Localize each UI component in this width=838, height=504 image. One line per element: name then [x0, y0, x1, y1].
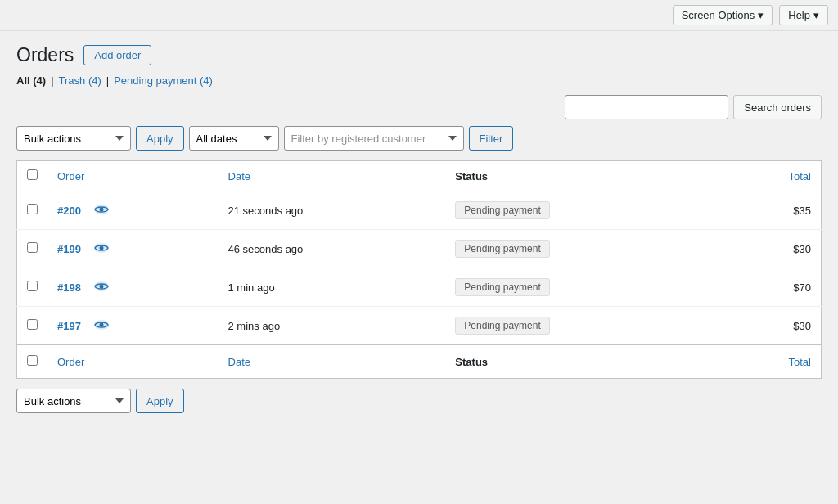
- row-date-cell: 2 mins ago: [219, 307, 446, 345]
- subnav-separator-2: |: [106, 74, 109, 87]
- footer-order-cell: Order: [47, 345, 219, 379]
- row-status-cell: Pending payment: [445, 191, 719, 230]
- header-status-cell: Status: [445, 161, 719, 191]
- select-all-checkbox[interactable]: [27, 169, 38, 180]
- footer-date-cell: Date: [219, 345, 446, 379]
- total-sort-link[interactable]: Total: [789, 170, 811, 182]
- footer-status-cell: Status: [445, 345, 719, 379]
- row-checkbox-cell: [17, 230, 48, 268]
- row-order-cell: #199: [47, 230, 219, 268]
- header-order-cell: Order: [47, 161, 219, 191]
- table-row: #200 21 seconds ago Pending payment $35: [17, 191, 822, 230]
- svg-point-3: [99, 246, 103, 250]
- row-status-cell: Pending payment: [445, 268, 719, 307]
- search-input[interactable]: [565, 95, 728, 119]
- filter-row: Bulk actions Apply All dates Filter by r…: [16, 126, 822, 151]
- page-content: Orders Add order All (4) | Trash (4) | P…: [0, 31, 838, 426]
- header-checkbox-cell: [17, 161, 48, 191]
- table-row: #198 1 min ago Pending payment $70: [17, 268, 822, 307]
- row-checkbox-0[interactable]: [27, 204, 38, 214]
- add-order-button[interactable]: Add order: [83, 45, 151, 65]
- row-checkbox-2[interactable]: [27, 281, 38, 291]
- subnav-all[interactable]: All (4): [16, 74, 46, 87]
- bottom-filter-row: Bulk actions Apply: [16, 389, 822, 413]
- row-order-cell: #197: [47, 307, 219, 345]
- status-badge: Pending payment: [455, 201, 549, 219]
- footer-order-link[interactable]: Order: [57, 356, 84, 368]
- row-status-cell: Pending payment: [445, 230, 719, 268]
- table-footer-row: Order Date Status Total: [17, 345, 822, 379]
- top-bar: Screen Options ▾ Help ▾: [0, 0, 838, 31]
- eye-icon[interactable]: [94, 280, 109, 295]
- screen-options-button[interactable]: Screen Options ▾: [673, 5, 773, 25]
- subnav-trash[interactable]: Trash (4): [59, 74, 101, 87]
- order-link-2[interactable]: #198: [57, 281, 81, 294]
- footer-total-link[interactable]: Total: [789, 356, 811, 368]
- order-sort-link[interactable]: Order: [57, 170, 84, 182]
- row-total-cell: $35: [719, 191, 822, 230]
- header-date-cell: Date: [219, 161, 446, 191]
- order-link-3[interactable]: #197: [57, 320, 81, 332]
- bulk-actions-select-bottom[interactable]: Bulk actions: [16, 389, 131, 413]
- order-link-0[interactable]: #200: [57, 205, 81, 217]
- row-status-cell: Pending payment: [445, 307, 719, 345]
- row-order-cell: #198: [47, 268, 219, 307]
- order-link-1[interactable]: #199: [57, 243, 81, 255]
- row-checkbox-cell: [17, 307, 48, 345]
- help-label: Help: [788, 9, 810, 21]
- chevron-down-icon: ▾: [758, 9, 764, 21]
- table-header-row: Order Date Status Total: [17, 161, 822, 191]
- table-row: #199 46 seconds ago Pending payment $30: [17, 230, 822, 268]
- eye-icon[interactable]: [94, 241, 109, 256]
- apply-bottom-button[interactable]: Apply: [136, 389, 184, 413]
- row-date-cell: 21 seconds ago: [219, 191, 446, 230]
- footer-checkbox-cell: [17, 345, 48, 379]
- filter-button[interactable]: Filter: [469, 126, 514, 151]
- select-all-footer-checkbox[interactable]: [27, 355, 38, 366]
- header-total-cell: Total: [719, 161, 822, 191]
- customer-filter-select[interactable]: Filter by registered customer: [284, 126, 464, 151]
- status-badge: Pending payment: [455, 240, 549, 258]
- chevron-down-icon: ▾: [813, 9, 819, 21]
- table-row: #197 2 mins ago Pending payment $30: [17, 307, 822, 345]
- apply-top-button[interactable]: Apply: [136, 126, 184, 151]
- all-dates-select[interactable]: All dates: [189, 126, 279, 151]
- page-title: Orders: [16, 44, 74, 66]
- footer-total-cell: Total: [719, 345, 822, 379]
- orders-table: Order Date Status Total #200: [16, 160, 822, 379]
- search-row: Search orders: [16, 95, 822, 119]
- status-badge: Pending payment: [455, 317, 549, 335]
- subnav: All (4) | Trash (4) | Pending payment (4…: [16, 74, 822, 87]
- svg-point-5: [99, 285, 103, 289]
- row-date-cell: 46 seconds ago: [219, 230, 446, 268]
- subnav-pending[interactable]: Pending payment (4): [114, 74, 213, 87]
- eye-icon[interactable]: [94, 203, 109, 218]
- svg-point-7: [99, 323, 103, 327]
- search-orders-button[interactable]: Search orders: [733, 95, 822, 119]
- row-checkbox-cell: [17, 191, 48, 230]
- help-button[interactable]: Help ▾: [779, 5, 828, 25]
- page-header: Orders Add order: [16, 44, 822, 66]
- footer-date-link[interactable]: Date: [228, 356, 250, 368]
- row-total-cell: $70: [719, 268, 822, 307]
- eye-icon[interactable]: [94, 318, 109, 333]
- svg-point-1: [99, 208, 103, 212]
- status-badge: Pending payment: [455, 278, 549, 296]
- bulk-actions-select-top[interactable]: Bulk actions: [16, 126, 131, 151]
- row-date-cell: 1 min ago: [219, 268, 446, 307]
- row-checkbox-1[interactable]: [27, 242, 38, 253]
- row-order-cell: #200: [47, 191, 219, 230]
- row-total-cell: $30: [719, 307, 822, 345]
- row-checkbox-cell: [17, 268, 48, 307]
- date-sort-link[interactable]: Date: [228, 170, 250, 182]
- row-checkbox-3[interactable]: [27, 319, 38, 330]
- screen-options-label: Screen Options: [682, 9, 755, 21]
- row-total-cell: $30: [719, 230, 822, 268]
- subnav-separator-1: |: [51, 74, 53, 87]
